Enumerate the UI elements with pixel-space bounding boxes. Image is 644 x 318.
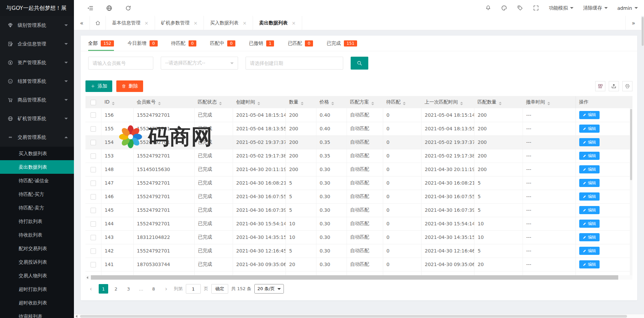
next-page-button[interactable]: › (161, 284, 171, 294)
home-tab-button[interactable] (90, 16, 106, 30)
submenu-item-12[interactable]: 待审核列表 (0, 310, 74, 318)
filter-tab-4[interactable]: 已撤销 1 (249, 36, 274, 51)
sidebar-item-6[interactable]: 交易管理系统 (0, 128, 74, 147)
prev-page-button[interactable]: ‹ (86, 284, 96, 294)
submenu-item-3[interactable]: 待匹配-买方 (0, 187, 74, 201)
edit-button[interactable]: 编辑 (579, 165, 600, 173)
select-all-checkbox[interactable] (91, 100, 96, 105)
submenu-item-7[interactable]: 配对交易列表 (0, 242, 74, 255)
edit-button[interactable]: 编辑 (579, 220, 600, 228)
submenu-item-4[interactable]: 待匹配-卖方 (0, 201, 74, 214)
row-checkbox[interactable] (91, 181, 96, 186)
sort-icon[interactable] (257, 102, 260, 105)
sidebar-item-3[interactable]: 结算管理系统 (0, 72, 74, 91)
sidebar-item-1[interactable]: 企业信息管理 (0, 35, 74, 53)
page-button-2[interactable]: 2 (111, 284, 121, 294)
page-button-1[interactable]: 1 (99, 284, 108, 294)
sort-icon[interactable] (331, 102, 334, 105)
row-checkbox[interactable] (91, 221, 96, 227)
filter-tab-1[interactable]: 今日新增 0 (128, 36, 158, 51)
sort-icon[interactable] (301, 102, 304, 105)
sort-icon[interactable] (158, 102, 161, 105)
close-icon[interactable]: × (194, 20, 198, 26)
page-vertical-scrollbar-thumb[interactable] (642, 17, 644, 46)
row-checkbox[interactable] (91, 167, 96, 172)
sort-icon[interactable] (547, 102, 550, 105)
row-checkbox[interactable] (91, 248, 96, 254)
match-type-select[interactable]: --请选择匹配方式-- (161, 57, 238, 70)
column-settings-button[interactable] (595, 81, 605, 91)
submenu-item-0[interactable]: 买入数据列表 (0, 147, 74, 160)
delete-button[interactable]: 删除 (116, 80, 143, 92)
sidebar-item-2[interactable]: 资产管理系统 (0, 53, 74, 72)
submenu-item-9[interactable]: 交易人物列表 (0, 269, 74, 282)
submenu-item-10[interactable]: 超时打款列表 (0, 282, 74, 296)
edit-button[interactable]: 编辑 (579, 152, 600, 160)
scroll-left-arrow-icon[interactable] (76, 315, 77, 318)
submenu-item-2[interactable]: 待匹配-诚信金 (0, 174, 74, 187)
submenu-item-11[interactable]: 超时收款列表 (0, 296, 74, 310)
add-button[interactable]: 添加 (85, 80, 112, 92)
tab-3[interactable]: 卖出数据列表 × (253, 16, 302, 30)
filter-tab-0[interactable]: 全部 152 (88, 36, 114, 51)
close-icon[interactable]: × (144, 20, 149, 26)
row-checkbox[interactable] (91, 126, 96, 132)
tabs-scroll-left-button[interactable]: « (74, 16, 90, 30)
tab-0[interactable]: 基本信息管理 × (106, 16, 155, 30)
row-checkbox[interactable] (91, 262, 96, 267)
goto-page-input[interactable] (186, 284, 201, 294)
scroll-left-arrow-icon[interactable] (86, 276, 88, 279)
submenu-item-6[interactable]: 待收款列表 (0, 228, 74, 242)
submenu-item-1[interactable]: 卖出数据列表 (0, 160, 74, 174)
edit-button[interactable]: 编辑 (579, 125, 600, 133)
sort-icon[interactable] (371, 102, 374, 105)
account-input[interactable] (88, 57, 153, 70)
nav-menu-2[interactable]: admin (617, 5, 638, 11)
page-horizontal-scrollbar[interactable] (74, 314, 644, 318)
nav-menu-1[interactable]: 清除缓存 (583, 5, 608, 11)
page-button-8[interactable]: 8 (149, 284, 158, 294)
edit-button[interactable]: 编辑 (579, 247, 600, 255)
filter-tab-3[interactable]: 匹配中 0 (210, 36, 235, 51)
edit-button[interactable]: 编辑 (579, 111, 600, 119)
nav-menu-0[interactable]: 功能模拟 (549, 5, 573, 11)
edit-button[interactable]: 编辑 (579, 192, 600, 201)
sort-icon[interactable] (112, 102, 115, 105)
close-icon[interactable]: × (292, 20, 296, 26)
export-button[interactable] (609, 81, 619, 91)
tabs-scroll-right-button[interactable]: » (625, 16, 641, 30)
sidebar-item-0[interactable]: 级别管理系统 (0, 16, 74, 35)
edit-button[interactable]: 编辑 (579, 179, 600, 187)
edit-button[interactable]: 编辑 (579, 260, 600, 268)
row-checkbox[interactable] (91, 112, 96, 118)
tab-2[interactable]: 买入数据列表 × (204, 16, 253, 30)
tab-1[interactable]: 矿机参数管理 × (155, 16, 204, 30)
row-checkbox[interactable] (91, 194, 96, 200)
scrollbar-thumb[interactable] (80, 315, 627, 318)
sort-icon[interactable] (499, 102, 502, 105)
edit-button[interactable]: 编辑 (579, 206, 600, 214)
search-button[interactable] (351, 57, 368, 70)
submenu-item-8[interactable]: 交易投诉列表 (0, 255, 74, 269)
edit-button[interactable]: 编辑 (579, 138, 600, 146)
per-page-select[interactable]: 20 条/页 (254, 284, 284, 294)
row-checkbox[interactable] (91, 153, 96, 159)
submenu-item-5[interactable]: 待打款列表 (0, 214, 74, 228)
filter-tab-5[interactable]: 已匹配 0 (288, 36, 313, 51)
sidebar-item-4[interactable]: 商品管理系统 (0, 91, 74, 109)
row-checkbox[interactable] (91, 235, 96, 240)
sort-icon[interactable] (403, 102, 406, 105)
row-checkbox[interactable] (91, 140, 96, 145)
sidebar-item-5[interactable]: 矿机管理系统 (0, 109, 74, 128)
sort-icon[interactable] (460, 102, 463, 105)
table-vertical-scrollbar[interactable] (630, 108, 632, 275)
filter-tab-2[interactable]: 待匹配 0 (171, 36, 197, 51)
edit-button[interactable]: 编辑 (579, 233, 600, 241)
scrollbar-thumb[interactable] (630, 109, 632, 180)
scrollbar-thumb[interactable] (91, 275, 618, 280)
row-checkbox[interactable] (91, 208, 96, 213)
sort-icon[interactable] (219, 102, 222, 105)
create-date-input[interactable] (246, 57, 343, 70)
page-button-3[interactable]: 3 (124, 284, 133, 294)
confirm-button[interactable]: 确定 (211, 284, 228, 294)
